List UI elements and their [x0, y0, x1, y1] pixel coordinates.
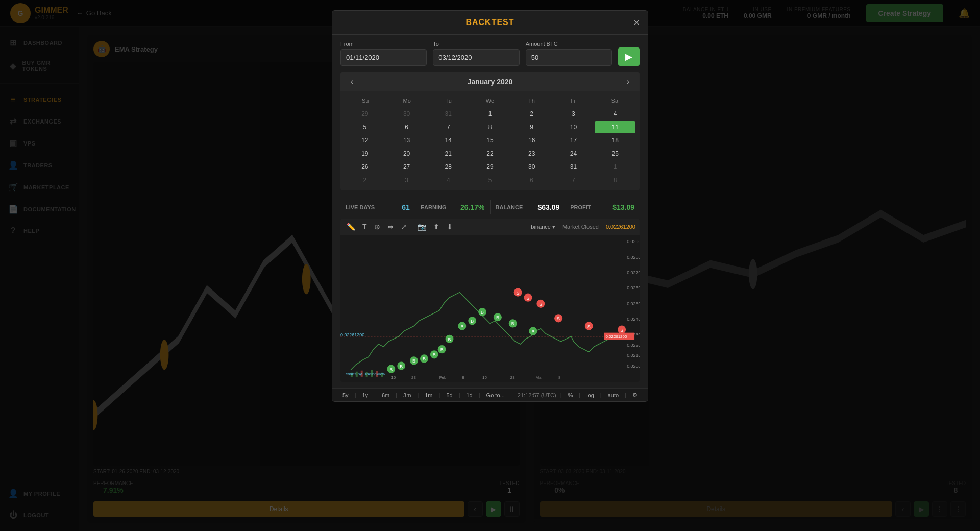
calendar-day[interactable]: 6	[511, 174, 552, 186]
chart-tool-upload[interactable]: ⬆	[431, 222, 442, 232]
calendar-day[interactable]: 27	[386, 161, 427, 173]
calendar-day[interactable]: 7	[553, 174, 594, 186]
svg-text:0.02100000: 0.02100000	[627, 353, 640, 358]
log-btn[interactable]: log	[584, 391, 596, 399]
calendar-day[interactable]: 3	[553, 108, 594, 120]
calendar-day[interactable]: 28	[428, 161, 469, 173]
calendar-day[interactable]: 8	[595, 174, 635, 186]
timeframe-3m[interactable]: 3m	[401, 391, 413, 399]
svg-text:S: S	[517, 291, 520, 296]
timeframe-5y[interactable]: 5y	[340, 391, 351, 399]
svg-text:S: S	[620, 328, 623, 333]
calendar-day[interactable]: 22	[470, 148, 510, 160]
sep5: |	[439, 392, 440, 398]
svg-text:8: 8	[462, 375, 464, 380]
modal-close-button[interactable]: ×	[633, 17, 640, 29]
calendar-day[interactable]: 29	[345, 108, 385, 120]
calendar-prev-button[interactable]: ‹	[347, 76, 357, 87]
chart-tool-pencil[interactable]: ✏️	[345, 222, 357, 232]
svg-text:Feb: Feb	[439, 375, 447, 380]
calendar-day[interactable]: 11	[595, 121, 635, 133]
svg-text:B: B	[511, 321, 514, 326]
chart-tool-text[interactable]: T	[360, 222, 369, 232]
timeframe-1y[interactable]: 1y	[360, 391, 370, 399]
stat-live-days: LIVE DAYS 61	[340, 200, 415, 214]
svg-text:B: B	[423, 356, 426, 361]
calendar-day[interactable]: 3	[386, 174, 427, 186]
calendar-day[interactable]: 21	[428, 148, 469, 160]
calendar-day[interactable]: 25	[595, 148, 635, 160]
weekday-th: Th	[511, 95, 552, 106]
backtest-modal: BACKTEST × From To Amount BTC ▶	[332, 10, 648, 402]
timeframe-1d[interactable]: 1d	[464, 391, 475, 399]
sep7: |	[479, 392, 480, 398]
svg-text:0.02500000: 0.02500000	[627, 301, 640, 306]
stat-earning: EARNING 26.17%	[415, 200, 491, 214]
calendar-day[interactable]: 10	[553, 121, 594, 133]
svg-text:S: S	[539, 302, 542, 307]
svg-text:8: 8	[558, 375, 561, 380]
svg-text:0.02261200: 0.02261200	[605, 334, 627, 339]
timeframe-5d[interactable]: 5d	[444, 391, 454, 399]
calendar-weekdays: Su Mo Tu We Th Fr Sa	[345, 95, 635, 106]
calendar-day[interactable]: 4	[428, 174, 469, 186]
auto-btn[interactable]: auto	[606, 391, 621, 399]
to-input[interactable]	[433, 49, 519, 66]
chart-tool-measure[interactable]: ⇔	[385, 222, 396, 232]
chart-tool-crosshair[interactable]: ⊕	[372, 222, 382, 232]
calendar-day[interactable]: 17	[553, 134, 594, 147]
calendar-day[interactable]: 18	[595, 134, 635, 147]
chart-tool-camera[interactable]: 📷	[415, 222, 428, 232]
calendar-day[interactable]: 19	[345, 148, 385, 160]
calendar-day[interactable]: 2	[345, 174, 385, 186]
svg-text:0.02200000: 0.02200000	[627, 343, 640, 348]
chart-canvas: 0.02900000 0.02800000 0.02700000 0.02600…	[340, 235, 640, 380]
run-button[interactable]: ▶	[618, 47, 640, 66]
calendar-day[interactable]: 7	[428, 121, 469, 133]
calendar-day[interactable]: 16	[511, 134, 552, 147]
calendar-day[interactable]: 24	[553, 148, 594, 160]
timeframe-6m[interactable]: 6m	[380, 391, 391, 399]
from-input[interactable]	[340, 49, 427, 66]
calendar-day[interactable]: 31	[428, 108, 469, 120]
current-price-label: 0.02261200	[606, 224, 635, 230]
calendar-day[interactable]: 26	[345, 161, 385, 173]
chart-tool-download[interactable]: ⬇	[445, 222, 455, 232]
calendar-day[interactable]: 30	[386, 108, 427, 120]
calendar-day[interactable]: 5	[345, 121, 385, 133]
calendar-day[interactable]: 14	[428, 134, 469, 147]
goto-btn[interactable]: Go to...	[484, 391, 507, 399]
sep11: |	[625, 392, 626, 398]
sep4: |	[417, 392, 419, 398]
calendar-day[interactable]: 20	[386, 148, 427, 160]
svg-text:0.02600000: 0.02600000	[627, 285, 640, 291]
svg-text:B: B	[448, 337, 451, 342]
settings-btn[interactable]: ⚙	[630, 391, 640, 399]
calendar-day[interactable]: 9	[511, 121, 552, 133]
calendar-day[interactable]: 2	[511, 108, 552, 120]
svg-text:B: B	[412, 358, 415, 364]
calendar-next-button[interactable]: ›	[623, 76, 633, 87]
timeframe-1m[interactable]: 1m	[423, 391, 434, 399]
calendar-day[interactable]: 30	[511, 161, 552, 173]
calendar-day[interactable]: 1	[595, 161, 635, 173]
calendar-day[interactable]: 23	[511, 148, 552, 160]
amount-input[interactable]	[526, 49, 612, 66]
chart-tool-zoom[interactable]: ⤢	[399, 222, 409, 232]
calendar-day[interactable]: 1	[470, 108, 510, 120]
calendar-day[interactable]: 8	[470, 121, 510, 133]
calendar-day[interactable]: 6	[386, 121, 427, 133]
pct-btn[interactable]: %	[566, 391, 575, 399]
calendar-day[interactable]: 13	[386, 134, 427, 147]
svg-text:charts by TradingView: charts by TradingView	[346, 372, 385, 376]
chart-toolbar-divider	[412, 223, 412, 231]
calendar-day[interactable]: 31	[553, 161, 594, 173]
calendar-day[interactable]: 15	[470, 134, 510, 147]
calendar-day[interactable]: 4	[595, 108, 635, 120]
svg-text:B: B	[433, 352, 436, 357]
calendar-day[interactable]: 29	[470, 161, 510, 173]
form-row: From To Amount BTC ▶	[332, 35, 648, 72]
calendar-day[interactable]: 5	[470, 174, 510, 186]
svg-text:23: 23	[411, 375, 416, 380]
calendar-day[interactable]: 12	[345, 134, 385, 147]
